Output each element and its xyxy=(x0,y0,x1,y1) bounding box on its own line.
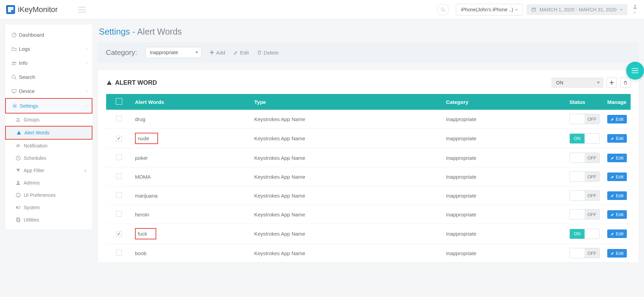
pencil-icon xyxy=(611,156,614,160)
status-toggle[interactable]: OFF xyxy=(569,114,600,124)
edit-row-button[interactable]: Edit xyxy=(607,173,627,181)
row-checkbox[interactable] xyxy=(116,211,122,217)
sidebar-subitem-utilities[interactable]: Utilities xyxy=(5,214,92,226)
clock-icon xyxy=(15,155,24,161)
sidebar: DashboardLogs‹Info‹SearchDevice‹Settings… xyxy=(5,24,93,230)
edit-button[interactable]: Edit xyxy=(234,50,249,56)
gear-icon xyxy=(12,103,18,109)
app-logo[interactable]: iKeyMonitor xyxy=(6,5,58,14)
svg-point-17 xyxy=(17,194,18,195)
alert-word-text: nude xyxy=(135,133,158,144)
toggle-icon xyxy=(15,205,21,210)
caret-down-icon xyxy=(633,11,636,14)
row-checkbox[interactable] xyxy=(116,173,122,179)
chevron-right-icon: ‹ xyxy=(84,168,86,173)
filter-icon xyxy=(15,168,21,173)
category-label: Category: xyxy=(106,48,137,57)
sidebar-subitem-label: Alert Words xyxy=(24,130,49,135)
main-content: Settings - Alert Words Category: Inappro… xyxy=(98,24,639,263)
pencil-icon xyxy=(611,136,614,140)
breadcrumb-root[interactable]: Settings xyxy=(99,27,130,36)
sidebar-subitem-ui-preferences[interactable]: UI Preferences xyxy=(5,189,92,201)
table-row: ✓fuckKeystrokes App NameInappropriateONE… xyxy=(106,224,631,244)
trash-icon xyxy=(623,81,628,85)
row-checkbox[interactable]: ✓ xyxy=(116,136,122,142)
add-word-button[interactable] xyxy=(607,78,617,88)
edit-row-button[interactable]: Edit xyxy=(607,210,627,219)
row-category: Inappropriate xyxy=(443,205,566,224)
edit-row-button[interactable]: Edit xyxy=(607,115,627,123)
table-row: ✓nudeKeystrokes App NameInappropriateONE… xyxy=(106,129,631,148)
status-toggle[interactable]: ON xyxy=(569,229,600,239)
calendar-icon xyxy=(531,7,536,12)
row-type: Keystrokes App Name xyxy=(251,224,442,244)
status-toggle[interactable]: OFF xyxy=(569,153,600,163)
caret-down-icon xyxy=(620,8,623,11)
sidebar-subitem-schedules[interactable]: Schedules xyxy=(5,152,92,164)
sidebar-subitem-label: Schedules xyxy=(24,155,46,161)
alert-word-text: fuck xyxy=(135,228,156,239)
row-checkbox[interactable] xyxy=(116,154,122,160)
row-checkbox[interactable]: ✓ xyxy=(116,231,122,237)
edit-row-button[interactable]: Edit xyxy=(607,191,627,200)
category-select[interactable]: Inappropriate xyxy=(145,47,202,58)
warn-icon xyxy=(16,130,24,135)
sidebar-item-label: Device xyxy=(19,88,35,94)
sidebar-toggle-icon[interactable] xyxy=(78,7,86,12)
search-button[interactable] xyxy=(437,4,449,15)
sidebar-subitem-label: Notification xyxy=(24,143,47,148)
edit-row-button[interactable]: Edit xyxy=(607,249,627,258)
plus-icon xyxy=(610,81,614,85)
date-range-picker[interactable]: MARCH 1, 2020 - MARCH 31, 2020 xyxy=(527,4,628,15)
row-type: Keystrokes App Name xyxy=(251,167,442,186)
copy-icon xyxy=(15,217,21,223)
dashboard-icon xyxy=(11,32,17,38)
sidebar-item-logs[interactable]: Logs‹ xyxy=(5,42,92,56)
user-menu[interactable] xyxy=(632,4,638,15)
global-status-select[interactable]: ON xyxy=(552,78,603,87)
edit-row-button[interactable]: Edit xyxy=(607,134,627,143)
row-type: Keystrokes App Name xyxy=(251,244,442,263)
sidebar-subitem-system[interactable]: System xyxy=(5,201,92,214)
sidebar-item-dashboard[interactable]: Dashboard xyxy=(5,28,92,42)
chevron-right-icon: ‹ xyxy=(86,61,88,66)
alert-word-text: MDMA xyxy=(135,174,151,180)
sidebar-subitem-admins[interactable]: Admins xyxy=(5,177,92,189)
delete-button[interactable]: Delete xyxy=(257,50,279,56)
add-button[interactable]: Add xyxy=(210,50,225,56)
status-toggle[interactable]: OFF xyxy=(569,248,600,258)
sidebar-subitem-notification[interactable]: Notification xyxy=(5,140,92,152)
floating-menu-button[interactable] xyxy=(626,62,644,80)
row-category: Inappropriate xyxy=(443,186,566,205)
users-icon xyxy=(15,117,24,122)
sidebar-subitem-alert-words[interactable]: Alert Words xyxy=(5,126,92,140)
row-checkbox[interactable] xyxy=(116,116,122,121)
sidebar-item-label: Logs xyxy=(19,46,30,52)
delete-word-button[interactable] xyxy=(620,78,631,88)
pencil-icon xyxy=(611,213,614,216)
status-toggle[interactable]: OFF xyxy=(569,209,600,219)
status-toggle[interactable]: OFF xyxy=(569,190,600,201)
sidebar-subitem-app-filter[interactable]: App Filter‹ xyxy=(5,164,92,177)
sidebar-item-settings[interactable]: Settings‹ xyxy=(5,98,92,114)
table-row: drugKeystrokes App NameInappropriateOFFE… xyxy=(106,110,631,129)
category-toolbar: Category: Inappropriate Add Edit Delete xyxy=(98,42,639,63)
row-type: Keystrokes App Name xyxy=(251,129,442,148)
edit-row-button[interactable]: Edit xyxy=(607,229,627,238)
sidebar-subitem-label: System xyxy=(24,205,40,210)
status-toggle[interactable]: ON xyxy=(569,133,600,144)
svg-point-13 xyxy=(19,118,20,119)
status-toggle[interactable]: OFF xyxy=(569,171,600,182)
row-checkbox[interactable] xyxy=(116,192,122,198)
sidebar-item-info[interactable]: Info‹ xyxy=(5,56,92,70)
edit-row-button[interactable]: Edit xyxy=(607,154,627,162)
svg-rect-2 xyxy=(532,8,536,11)
row-checkbox[interactable] xyxy=(116,250,122,256)
row-category: Inappropriate xyxy=(443,110,566,129)
device-selector[interactable]: iPhone(John's iPhone ..) xyxy=(456,4,523,15)
sidebar-item-device[interactable]: Device‹ xyxy=(5,84,92,98)
sidebar-subitem-groups[interactable]: Groups xyxy=(5,114,92,126)
sidebar-item-search[interactable]: Search xyxy=(5,70,92,84)
select-all-checkbox[interactable] xyxy=(116,98,122,105)
chevron-right-icon: ‹ xyxy=(86,47,88,51)
